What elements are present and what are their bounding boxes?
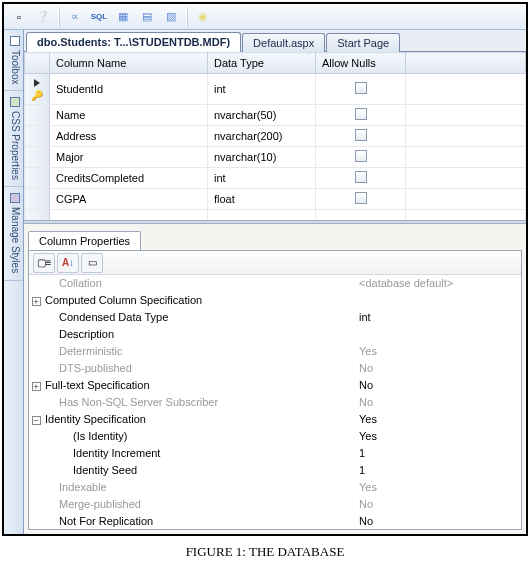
table-row-empty[interactable] bbox=[25, 210, 526, 221]
property-value[interactable]: No bbox=[353, 379, 521, 391]
expand-icon[interactable]: + bbox=[29, 294, 43, 307]
sql-icon[interactable]: SQL bbox=[88, 6, 110, 28]
cell-column-name[interactable]: Address bbox=[50, 126, 208, 147]
table-row[interactable]: Namenvarchar(50) bbox=[25, 105, 526, 126]
row-header[interactable]: 🔑 bbox=[25, 74, 50, 105]
cell-allow-nulls[interactable] bbox=[316, 126, 406, 147]
cell-data-type[interactable]: float bbox=[208, 189, 316, 210]
table-row[interactable]: 🔑StudentIdint bbox=[25, 74, 526, 105]
tab-default-aspx[interactable]: Default.aspx bbox=[242, 33, 325, 52]
property-name: (Is Identity) bbox=[43, 430, 353, 442]
property-row[interactable]: Identity Increment1 bbox=[29, 445, 521, 462]
tab-start-page[interactable]: Start Page bbox=[326, 33, 400, 52]
property-row[interactable]: Condensed Data Typeint bbox=[29, 309, 521, 326]
cell-column-name[interactable]: StudentId bbox=[50, 74, 208, 105]
property-row[interactable]: Not For ReplicationNo bbox=[29, 513, 521, 529]
cell-spacer bbox=[406, 168, 526, 189]
property-row[interactable]: +Full-text SpecificationNo bbox=[29, 377, 521, 394]
table-row[interactable]: Addressnvarchar(200) bbox=[25, 126, 526, 147]
table-row[interactable]: CreditsCompletedint bbox=[25, 168, 526, 189]
cell-column-name[interactable]: CGPA bbox=[50, 189, 208, 210]
categorized-icon[interactable]: ▢≡ bbox=[33, 253, 55, 273]
property-value[interactable]: <database default> bbox=[353, 277, 521, 289]
property-name: Description bbox=[43, 328, 353, 340]
property-value[interactable]: int bbox=[353, 311, 521, 323]
property-value[interactable]: No bbox=[353, 396, 521, 408]
script-icon[interactable]: ▧ bbox=[160, 6, 182, 28]
property-name: Collation bbox=[43, 277, 353, 289]
checkbox[interactable] bbox=[355, 171, 367, 183]
property-value[interactable]: No bbox=[353, 498, 521, 510]
checkbox[interactable] bbox=[355, 82, 367, 94]
cell-data-type[interactable]: int bbox=[208, 168, 316, 189]
cell-data-type[interactable]: nvarchar(50) bbox=[208, 105, 316, 126]
pointer-icon[interactable]: ▫ bbox=[8, 6, 30, 28]
cell-spacer bbox=[406, 189, 526, 210]
property-row[interactable]: DeterministicYes bbox=[29, 343, 521, 360]
side-tab-css[interactable]: CSS Properties bbox=[4, 91, 23, 187]
row-icon[interactable]: ▤ bbox=[136, 6, 158, 28]
property-name: Identity Specification bbox=[43, 413, 353, 425]
cell-column-name[interactable]: Major bbox=[50, 147, 208, 168]
property-row[interactable]: Identity Seed1 bbox=[29, 462, 521, 479]
props-page-icon[interactable]: ▭ bbox=[81, 253, 103, 273]
alphabetical-icon[interactable]: A↓ bbox=[57, 253, 79, 273]
row-header[interactable] bbox=[25, 105, 50, 126]
column-properties-tab[interactable]: Column Properties bbox=[28, 231, 141, 250]
property-row[interactable]: Has Non-SQL Server SubscriberNo bbox=[29, 394, 521, 411]
row-header[interactable] bbox=[25, 189, 50, 210]
columns-grid[interactable]: Column Name Data Type Allow Nulls 🔑Stude… bbox=[24, 52, 526, 220]
cell-data-type[interactable]: nvarchar(200) bbox=[208, 126, 316, 147]
cell-allow-nulls[interactable] bbox=[316, 147, 406, 168]
property-value[interactable]: No bbox=[353, 515, 521, 527]
side-tab-manage[interactable]: Manage Styles bbox=[4, 187, 23, 280]
cell-spacer bbox=[406, 74, 526, 105]
grid-header-nulls[interactable]: Allow Nulls bbox=[316, 53, 406, 74]
row-header[interactable] bbox=[25, 147, 50, 168]
property-row[interactable]: IndexableYes bbox=[29, 479, 521, 496]
property-name: Full-text Specification bbox=[43, 379, 353, 391]
expand-icon[interactable]: + bbox=[29, 379, 43, 392]
property-value[interactable]: Yes bbox=[353, 345, 521, 357]
property-value[interactable]: Yes bbox=[353, 413, 521, 425]
row-header[interactable] bbox=[25, 168, 50, 189]
cell-allow-nulls[interactable] bbox=[316, 74, 406, 105]
table-row[interactable]: CGPAfloat bbox=[25, 189, 526, 210]
property-row[interactable]: Description bbox=[29, 326, 521, 343]
cell-allow-nulls[interactable] bbox=[316, 189, 406, 210]
side-tab-toolbox[interactable]: Toolbox bbox=[4, 30, 23, 91]
property-value[interactable]: Yes bbox=[353, 430, 521, 442]
cell-data-type[interactable]: nvarchar(10) bbox=[208, 147, 316, 168]
table-icon[interactable]: ▦ bbox=[112, 6, 134, 28]
property-row[interactable]: DTS-publishedNo bbox=[29, 360, 521, 377]
cell-column-name[interactable]: CreditsCompleted bbox=[50, 168, 208, 189]
cell-allow-nulls[interactable] bbox=[316, 105, 406, 126]
property-row[interactable]: Merge-publishedNo bbox=[29, 496, 521, 513]
property-value[interactable]: Yes bbox=[353, 481, 521, 493]
checkbox[interactable] bbox=[355, 129, 367, 141]
property-row[interactable]: +Computed Column Specification bbox=[29, 292, 521, 309]
cell-allow-nulls[interactable] bbox=[316, 168, 406, 189]
bulb2-icon[interactable]: ◉ bbox=[192, 6, 214, 28]
property-value[interactable]: 1 bbox=[353, 464, 521, 476]
property-value[interactable]: 1 bbox=[353, 447, 521, 459]
cell-column-name[interactable]: Name bbox=[50, 105, 208, 126]
grid-header-name[interactable]: Column Name bbox=[50, 53, 208, 74]
bulb-icon[interactable]: ❔ bbox=[32, 6, 54, 28]
cell-data-type[interactable]: int bbox=[208, 74, 316, 105]
property-value[interactable]: No bbox=[353, 362, 521, 374]
tab-students[interactable]: dbo.Students: T...\STUDENTDB.MDF) bbox=[26, 32, 241, 52]
expand-icon[interactable]: − bbox=[29, 413, 43, 426]
table-row[interactable]: Majornvarchar(10) bbox=[25, 147, 526, 168]
property-row[interactable]: (Is Identity)Yes bbox=[29, 428, 521, 445]
property-name: Condensed Data Type bbox=[43, 311, 353, 323]
branch-icon[interactable]: ∝ bbox=[64, 6, 86, 28]
row-header[interactable] bbox=[25, 126, 50, 147]
checkbox[interactable] bbox=[355, 108, 367, 120]
grid-header-type[interactable]: Data Type bbox=[208, 53, 316, 74]
checkbox[interactable] bbox=[355, 150, 367, 162]
checkbox[interactable] bbox=[355, 192, 367, 204]
property-row[interactable]: Collation<database default> bbox=[29, 275, 521, 292]
property-row[interactable]: −Identity SpecificationYes bbox=[29, 411, 521, 428]
properties-grid[interactable]: Collation<database default>+Computed Col… bbox=[29, 275, 521, 529]
